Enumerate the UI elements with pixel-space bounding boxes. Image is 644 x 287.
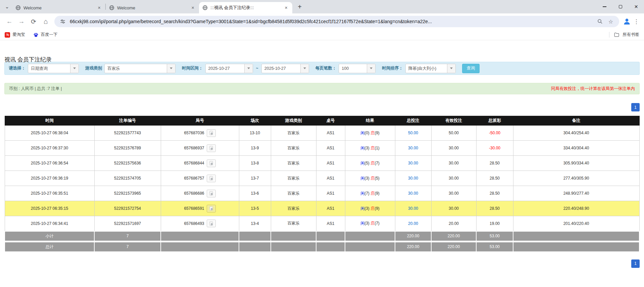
round-id-text: 657686937: [184, 146, 204, 150]
total-bet-link[interactable]: 50.00: [408, 131, 418, 135]
query-type-select[interactable]: 日期查询: [28, 64, 79, 73]
cell-result: 闲(3) 庄(1): [345, 141, 395, 156]
chevron-down-icon[interactable]: [300, 64, 309, 73]
new-tab-button[interactable]: +: [295, 2, 304, 11]
cell-game-type: 百家乐: [271, 201, 316, 216]
column-header: 总派彩: [476, 116, 513, 126]
sort-select[interactable]: 降幂(由大到小): [405, 64, 456, 73]
globe-favicon-icon: [109, 5, 114, 10]
home-button[interactable]: ⌂: [40, 15, 52, 28]
round-id-text: 657686844: [184, 161, 204, 165]
bookmark-item[interactable]: 淘爱淘宝: [5, 32, 25, 38]
bet-records-table: 时间注单编号局号场次游戏类别桌号结果总投注有效投注总派彩备注 2025-10-2…: [4, 116, 640, 252]
cell-time: 2025-10-27 06:34:41: [5, 216, 94, 231]
cell-table-no: AS1: [316, 141, 345, 156]
video-replay-button[interactable]: [207, 159, 216, 167]
footer-row: 小计7220.00220.0053.00: [5, 231, 639, 241]
tab-search-icon[interactable]: ⌄: [2, 2, 12, 11]
page-size-label: 每页笔数：: [315, 65, 337, 71]
bookmark-star-icon[interactable]: ☆: [607, 18, 614, 25]
total-bet-link[interactable]: 30.00: [408, 146, 418, 150]
total-bet-link[interactable]: 20.00: [408, 221, 418, 226]
tab-active[interactable]: :::视讯 会员下注纪录:::✕: [199, 2, 292, 13]
cell-round-id: 657686591: [161, 201, 239, 216]
page-size-select[interactable]: 100: [339, 64, 376, 73]
bookmarks-divider: [609, 32, 609, 38]
table-row: 2025-10-27 06:38:04522921577743657687036…: [5, 126, 639, 141]
date-range-label: 时间区间：: [182, 65, 203, 71]
game-type-select[interactable]: 百家乐: [104, 64, 176, 73]
address-bar[interactable]: 66cxkj98.com/ipl/portal.php/game/betreco…: [54, 16, 619, 27]
bookmarks-bar: 淘爱淘宝百度一下 所有书签: [0, 30, 644, 40]
footer-cell: 220.00: [395, 242, 431, 252]
page-number-button[interactable]: 1: [631, 259, 640, 268]
total-bet-link[interactable]: 30.00: [408, 206, 418, 211]
footer-cell: [513, 231, 639, 241]
browser-menu-icon[interactable]: ⋮: [632, 18, 641, 25]
cell-time: 2025-10-27 06:38:04: [5, 126, 94, 141]
video-replay-button[interactable]: [207, 205, 216, 212]
site-settings-icon[interactable]: [59, 19, 66, 24]
tab-close-icon[interactable]: ✕: [190, 5, 196, 11]
back-button[interactable]: ←: [3, 15, 15, 28]
cell-table-no: AS1: [316, 186, 345, 201]
cell-session: 13-5: [239, 201, 271, 216]
video-replay-button[interactable]: [207, 175, 216, 182]
chevron-down-icon[interactable]: [167, 64, 175, 73]
forward-button[interactable]: →: [15, 15, 28, 28]
search-button[interactable]: 查询: [462, 64, 480, 73]
video-replay-button[interactable]: [207, 129, 216, 137]
video-replay-button[interactable]: [207, 190, 216, 197]
chevron-down-icon[interactable]: [367, 64, 375, 73]
minimize-icon: [603, 6, 606, 7]
cell-time: 2025-10-27 06:36:19: [5, 171, 94, 186]
footer-row: 总计7220.00220.0053.00: [5, 242, 639, 252]
cell-session: 13-9: [239, 141, 271, 156]
banker-result: 庄: [370, 191, 375, 196]
cell-bet-id: 522921571697: [94, 216, 161, 231]
round-id-text: 657686591: [184, 206, 204, 211]
video-replay-button[interactable]: [207, 144, 216, 152]
table-row: 2025-10-27 06:37:30522921576789657686937…: [5, 141, 639, 156]
cell-total-bet: 30.00: [395, 201, 431, 216]
all-bookmarks-label[interactable]: 所有书签: [623, 32, 639, 38]
date-range-tilde: ~: [256, 66, 258, 71]
footer-cell: 220.00: [431, 231, 476, 241]
folder-icon: [614, 32, 620, 38]
cell-remark: 248.90/277.40: [513, 186, 639, 201]
zoom-icon[interactable]: [596, 19, 604, 24]
page-number-button[interactable]: 1: [631, 103, 640, 111]
total-bet-link[interactable]: 30.00: [408, 191, 418, 196]
reload-button[interactable]: ⟳: [28, 15, 40, 28]
bookmark-item[interactable]: 百度一下: [33, 32, 58, 38]
table-row: 2025-10-27 06:36:54522921575636657686844…: [5, 156, 639, 171]
cell-valid-bet: 30.00: [431, 201, 476, 216]
maximize-button[interactable]: [612, 0, 628, 13]
column-header: 场次: [239, 116, 271, 126]
tab[interactable]: Welcome✕: [12, 2, 105, 13]
close-window-button[interactable]: ✕: [628, 0, 644, 13]
cell-round-id: 657686937: [161, 141, 239, 156]
date-from-select[interactable]: 2025-10-27: [205, 64, 253, 73]
globe-favicon-icon: [202, 5, 208, 10]
cell-valid-bet: 30.00: [431, 171, 476, 186]
cell-bet-id: 522921572754: [94, 201, 161, 216]
minimize-button[interactable]: [597, 0, 612, 13]
date-to-select[interactable]: 2025-10-27: [261, 64, 309, 73]
total-bet-link[interactable]: 30.00: [408, 176, 418, 181]
chevron-down-icon[interactable]: [447, 64, 455, 73]
table-row: 2025-10-27 06:35:15522921572754657686591…: [5, 201, 639, 216]
cell-round-id: 657686844: [161, 156, 239, 171]
video-replay-button[interactable]: [207, 220, 216, 227]
footer-cell: 53.00: [476, 242, 513, 252]
chevron-down-icon[interactable]: [244, 64, 253, 73]
round-id-text: 657686686: [184, 191, 204, 196]
profile-avatar[interactable]: [622, 16, 632, 27]
cell-game-type: 百家乐: [271, 171, 316, 186]
tab[interactable]: Welcome✕: [106, 2, 199, 13]
url-text[interactable]: 66cxkj98.com/ipl/portal.php/game/betreco…: [70, 19, 593, 24]
chevron-down-icon[interactable]: [70, 64, 79, 73]
total-bet-link[interactable]: 30.00: [408, 161, 418, 165]
tab-close-icon[interactable]: ✕: [283, 5, 289, 11]
tab-close-icon[interactable]: ✕: [96, 5, 102, 11]
